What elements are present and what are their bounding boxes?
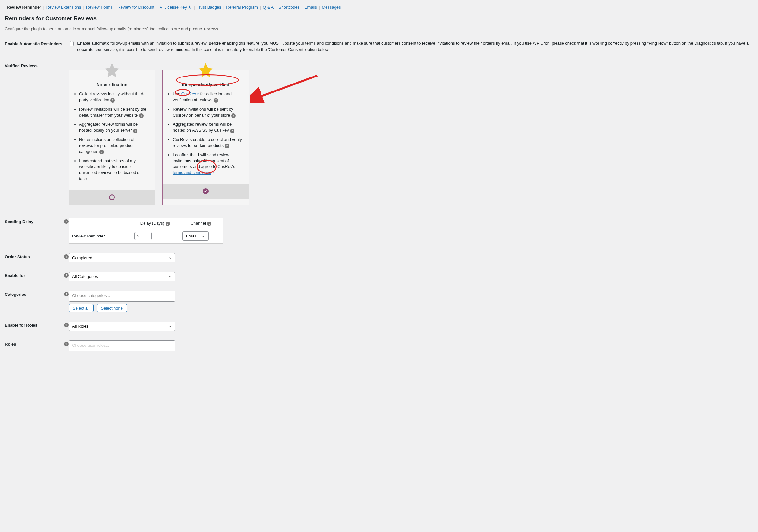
- tab-license-key[interactable]: ★ License Key ★: [157, 5, 193, 10]
- tab-trust-badges[interactable]: Trust Badges: [195, 5, 223, 10]
- enable-reminders-checkbox[interactable]: [70, 41, 74, 46]
- tab-referral-program[interactable]: Referral Program: [224, 5, 260, 10]
- card-b-item: Aggregated review forms will be hosted o…: [173, 121, 243, 134]
- terms-link[interactable]: terms and conditions: [173, 170, 211, 175]
- card-b-item: CusRev is unable to collect and verify r…: [173, 137, 243, 149]
- star-gray-icon: [103, 61, 121, 80]
- order-status-label: Order Status: [5, 254, 30, 259]
- help-icon[interactable]: ?: [231, 114, 236, 118]
- help-icon[interactable]: ?: [110, 98, 115, 103]
- card-a-title: No verification: [69, 82, 155, 87]
- external-link-icon: ↗: [196, 92, 199, 96]
- card-no-verification[interactable]: No verification Collect reviews locally …: [69, 70, 155, 205]
- delay-table: Delay (Days) ? Channel ? Review Reminder…: [69, 218, 223, 244]
- help-icon[interactable]: ?: [139, 114, 144, 118]
- tab-shortcodes[interactable]: Shortcodes: [277, 5, 302, 10]
- help-icon[interactable]: ?: [64, 219, 69, 224]
- categories-label: Categories: [5, 292, 26, 297]
- card-a-item: Review invitations will be sent by the d…: [79, 107, 149, 118]
- card-a-item: No restrictions on collection of reviews…: [79, 137, 149, 155]
- table-row: Review Reminder Email: [69, 229, 223, 243]
- tab-review-extensions[interactable]: Review Extensions: [44, 5, 83, 10]
- help-icon[interactable]: ?: [64, 342, 69, 346]
- enable-roles-label: Enable for Roles: [5, 323, 38, 328]
- card-a-item: I understand that visitors of my website…: [79, 158, 149, 182]
- roles-label: Roles: [5, 342, 16, 347]
- verified-reviews-label: Verified Reviews: [5, 62, 69, 68]
- select-none-button[interactable]: Select none: [97, 304, 127, 312]
- roles-multiselect[interactable]: Choose user roles...: [69, 341, 175, 351]
- help-icon[interactable]: ?: [214, 98, 218, 103]
- tab-review-reminder[interactable]: Review Reminder: [5, 5, 43, 10]
- card-b-item: Use CusRev↗ for collection and verificat…: [173, 91, 243, 103]
- enable-reminders-label: Enable Automatic Reminders: [5, 40, 69, 46]
- card-b-item: Review invitations will be sent by CusRe…: [173, 107, 243, 118]
- help-icon[interactable]: ?: [225, 144, 229, 148]
- help-icon[interactable]: ?: [64, 254, 69, 259]
- tab-messages[interactable]: Messages: [320, 5, 342, 10]
- tabs-nav: Review Reminder| Review Extensions| Revi…: [5, 5, 758, 10]
- channel-select[interactable]: Email: [183, 231, 209, 241]
- cusrev-link[interactable]: CusRev: [182, 91, 196, 96]
- categories-multiselect[interactable]: Choose categories...: [69, 291, 175, 302]
- delay-row-name: Review Reminder: [69, 229, 131, 243]
- channel-col-label: Channel: [190, 221, 206, 226]
- card-a-radio[interactable]: [109, 194, 115, 200]
- star-gold-icon: [197, 61, 214, 80]
- delay-col-label: Delay (Days): [140, 221, 164, 226]
- help-icon[interactable]: ?: [207, 221, 211, 226]
- external-link-icon: ↗: [211, 171, 214, 175]
- tab-review-discount[interactable]: Review for Discount: [116, 5, 156, 10]
- page-title: Reminders for Customer Reviews: [5, 15, 758, 22]
- help-icon[interactable]: ?: [99, 150, 104, 154]
- tab-qa[interactable]: Q & A: [261, 5, 276, 10]
- card-a-item: Aggregated review forms will be hosted l…: [79, 121, 149, 134]
- enable-reminders-text: Enable automatic follow-up emails with a…: [77, 40, 758, 52]
- card-b-radio[interactable]: [203, 188, 209, 194]
- delay-days-input[interactable]: [134, 232, 152, 240]
- tab-emails[interactable]: Emails: [303, 5, 319, 10]
- sending-delay-label: Sending Delay: [5, 219, 33, 224]
- enable-for-select[interactable]: All Categories: [69, 272, 175, 281]
- select-all-button[interactable]: Select all: [69, 304, 94, 312]
- help-icon[interactable]: ?: [230, 129, 234, 133]
- page-description: Configure the plugin to send automatic o…: [5, 26, 758, 31]
- card-b-title: Independently verified: [163, 82, 249, 87]
- order-status-select[interactable]: Completed: [69, 253, 175, 262]
- help-icon[interactable]: ?: [133, 129, 137, 133]
- help-icon[interactable]: ?: [64, 292, 69, 296]
- card-independently-verified[interactable]: Independently verified Use CusRev↗ for c…: [162, 70, 249, 205]
- enable-for-label: Enable for: [5, 273, 25, 278]
- card-b-item: I confirm that I will send review invita…: [173, 152, 243, 176]
- help-icon[interactable]: ?: [165, 221, 170, 226]
- help-icon[interactable]: ?: [64, 323, 69, 327]
- help-icon[interactable]: ?: [64, 273, 69, 278]
- enable-roles-select[interactable]: All Roles: [69, 322, 175, 331]
- tab-review-forms[interactable]: Review Forms: [84, 5, 115, 10]
- card-a-item: Collect reviews locally without third-pa…: [79, 91, 149, 103]
